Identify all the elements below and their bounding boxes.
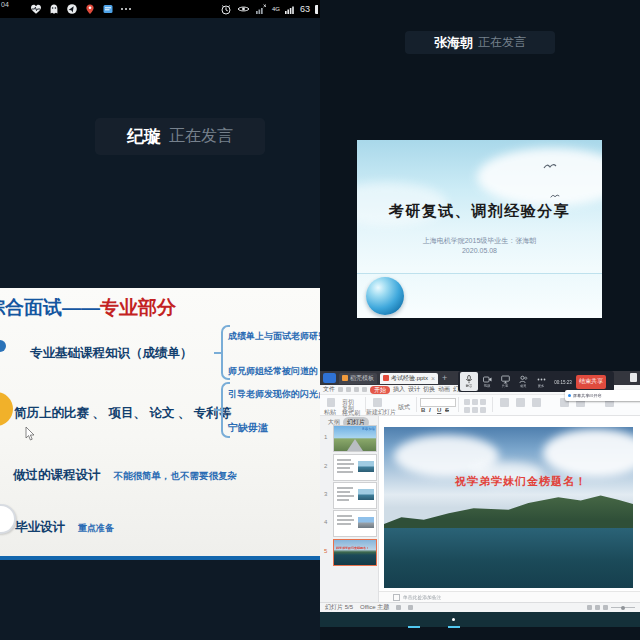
- wordart-icon[interactable]: [532, 398, 541, 407]
- menu-tab-design[interactable]: 设计: [408, 385, 420, 394]
- paste-icon[interactable]: [327, 398, 335, 407]
- slide-canvas[interactable]: 祝学弟学妹们金榜题名！: [384, 427, 633, 588]
- slide-thumbnail-4[interactable]: [333, 510, 377, 537]
- windows-taskbar: [320, 612, 640, 627]
- save-icon[interactable]: [338, 387, 343, 392]
- bullet-note: 不能很简单，也不需要很复杂: [114, 470, 238, 481]
- menu-tab-transition[interactable]: 切换: [423, 385, 435, 394]
- bird-icon: [543, 162, 557, 170]
- new-tab-button[interactable]: +: [442, 373, 447, 383]
- spellcheck-icon[interactable]: [396, 605, 401, 610]
- alarm-icon: [220, 3, 232, 16]
- normal-view-icon[interactable]: [587, 605, 592, 610]
- file-explorer-icon[interactable]: [369, 615, 379, 625]
- meeting-taskbar-icon[interactable]: [449, 615, 459, 625]
- thumb-photo: [358, 489, 374, 500]
- strikethrough-button[interactable]: S: [445, 407, 449, 413]
- slide-sorter-icon[interactable]: [595, 605, 600, 610]
- status-time: 04: [1, 1, 9, 8]
- globe-graphic: [366, 277, 404, 315]
- textbox-icon[interactable]: [516, 398, 525, 407]
- mute-button[interactable]: 静音: [460, 372, 478, 391]
- slide-title-red: 专业部分: [100, 297, 176, 318]
- video-button[interactable]: 视频: [478, 372, 496, 391]
- start-button[interactable]: [329, 615, 339, 625]
- layout-label[interactable]: 版式: [398, 403, 410, 412]
- indent-icon[interactable]: [480, 407, 486, 413]
- thumb-number: 4: [324, 519, 332, 525]
- bullet-text: 毕业设计: [15, 520, 65, 534]
- print-icon[interactable]: [346, 387, 351, 392]
- align-icon[interactable]: [472, 399, 478, 405]
- toast-text: 屏幕共享已开启: [573, 392, 602, 398]
- slideshow-view-icon[interactable]: [603, 605, 608, 610]
- notes-placeholder: 单击此处添加备注: [403, 593, 441, 600]
- thumb-caption: 祝学弟学妹们金榜题名！: [336, 546, 369, 551]
- shared-presentation-slide: 考研复试、调剂经验分享 上海电机学院2015级毕业生：张海朝 2020.05.0…: [357, 140, 602, 318]
- list-icon[interactable]: [464, 407, 470, 413]
- align-icon[interactable]: [480, 399, 486, 405]
- wps-taskbar-icon[interactable]: [409, 615, 419, 625]
- slide-thumbnail-1[interactable]: 青春加油: [333, 425, 377, 452]
- eye-protection-icon: [237, 3, 250, 15]
- slide-thumbnail-5-selected[interactable]: 祝学弟学妹们金榜题名！: [333, 539, 377, 566]
- notes-bar[interactable]: 单击此处添加备注: [379, 591, 640, 602]
- list-icon[interactable]: [472, 407, 478, 413]
- status-theme: Office 主题: [360, 603, 389, 612]
- navigation-icon: [66, 3, 78, 15]
- new-slide-icon[interactable]: [373, 398, 382, 407]
- underline-button[interactable]: U: [437, 407, 441, 413]
- bullet-item-4: 毕业设计重点准备: [15, 519, 114, 536]
- map-pin-icon: [84, 3, 96, 15]
- signal-bars-icon: [285, 3, 295, 15]
- tab-docer-templates[interactable]: 稻壳模板: [339, 373, 377, 384]
- more-button[interactable]: 更多: [532, 372, 550, 391]
- video-tile-zhanghaichao[interactable]: 张海朝 正在发言 考研复试、调剂经验分享 上海电机学院2015级毕业生：张海朝 …: [320, 0, 640, 320]
- end-share-button[interactable]: 结束共享: [576, 375, 606, 389]
- share-screen-button[interactable]: 共享: [496, 372, 514, 391]
- close-tab-icon[interactable]: ×: [431, 375, 435, 382]
- menu-tab-home[interactable]: 开始: [370, 386, 390, 394]
- battery-icon: [315, 5, 318, 14]
- menu-file[interactable]: 文件: [323, 385, 335, 394]
- italic-button[interactable]: I: [429, 407, 431, 413]
- slide-date: 2020.05.08: [357, 247, 602, 254]
- menu-tab-insert[interactable]: 插入: [393, 385, 405, 394]
- network-type-label: 4G: [272, 6, 280, 12]
- slide-title: 考研复试、调剂经验分享: [357, 202, 602, 221]
- bold-button[interactable]: B: [421, 407, 425, 413]
- bullet-note: 重点准备: [78, 523, 114, 533]
- video-tile-jixuan[interactable]: 04 4G 63 纪璇 正在发言: [0, 0, 320, 320]
- align-icon[interactable]: [464, 399, 470, 405]
- shapes-icon[interactable]: [500, 398, 509, 407]
- bird-icon: [550, 192, 560, 200]
- slide-title-blue: 综合面试——: [0, 297, 100, 318]
- more-notifications-icon: [120, 3, 132, 15]
- android-status-bar: 04 4G 63: [0, 0, 320, 18]
- zoom-slider[interactable]: [611, 607, 635, 608]
- font-name-box[interactable]: [420, 398, 456, 407]
- undo-icon[interactable]: [354, 387, 359, 392]
- notes-toggle-icon[interactable]: [408, 605, 413, 610]
- no-sim-signal-icon: [255, 3, 267, 15]
- slide-thumbnail-3[interactable]: [333, 482, 377, 509]
- members-icon: [519, 375, 528, 384]
- thumb-number: 5: [324, 548, 332, 554]
- bullet-circle-yellow: [0, 392, 13, 426]
- thumb-number: 2: [324, 463, 332, 469]
- callout-4: 宁缺毋滥: [228, 421, 268, 435]
- slide-thumbnail-2[interactable]: [333, 454, 377, 481]
- wps-home-button[interactable]: [323, 373, 336, 383]
- callout-3: 引导老师发现你的闪光点: [228, 388, 320, 401]
- bullet-item-1: 专业基础课程知识（成绩单）: [30, 345, 193, 362]
- members-button[interactable]: 成员: [514, 372, 532, 391]
- sea-graphic: [384, 528, 633, 588]
- redo-icon[interactable]: [362, 387, 367, 392]
- wps-status-bar: 幻灯片 5/5 Office 主题: [320, 602, 640, 612]
- speaking-label: 正在发言: [478, 34, 526, 51]
- menu-tab-animation[interactable]: 动画: [438, 385, 450, 394]
- ppt-file-icon: [383, 375, 389, 381]
- slide-title: 综合面试——专业部分: [0, 295, 176, 321]
- microphone-icon: [465, 375, 473, 384]
- tab-document[interactable]: 考试经验.pptx ×: [380, 373, 438, 384]
